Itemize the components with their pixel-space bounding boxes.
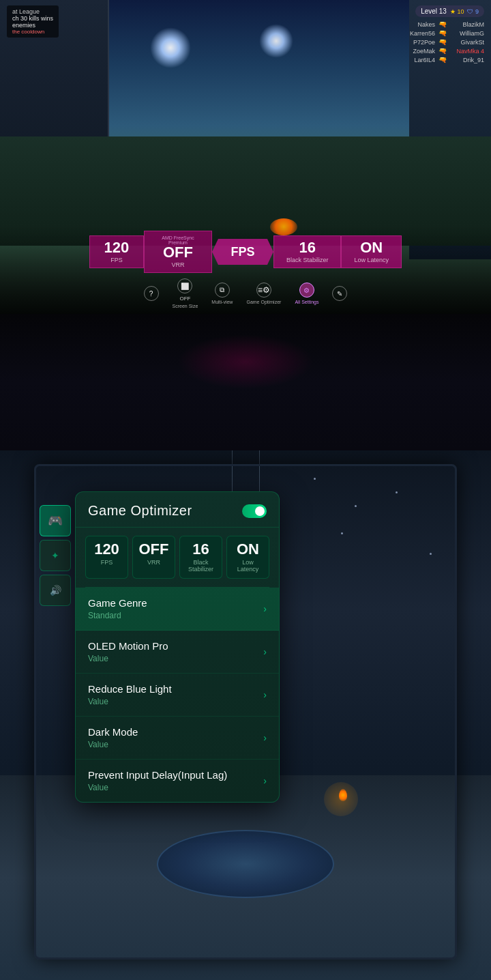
ctrl-edit[interactable]: ✎ xyxy=(332,286,347,301)
fps-value: 120 xyxy=(104,240,130,255)
star-icon: ★ 10 xyxy=(450,8,464,15)
sound-icon-button[interactable]: 🔊 xyxy=(40,575,71,606)
mini-stat-fps: 120 FPS xyxy=(85,536,128,579)
middle-glow xyxy=(177,334,314,389)
hud-right-info: Level 13 ★ 10 🛡 9 Nakes 🔫 BlazikM Karren… xyxy=(401,5,484,63)
black-stab-label: Black Stabilizer xyxy=(286,257,329,263)
game-genre-value: Standard xyxy=(88,611,147,620)
ctrl-off[interactable]: ⬜ OFF Screen Size xyxy=(173,278,198,308)
help-icon[interactable]: ? xyxy=(144,286,159,301)
reduce-blue-light-title: Reduce Blue Light xyxy=(88,683,172,695)
middle-dark-section xyxy=(0,314,491,450)
screen-size-icon[interactable]: ⬜ xyxy=(177,278,192,293)
ctrl-game-optimizer-label: Game Optimizer xyxy=(246,300,281,304)
chevron-right-icon: › xyxy=(263,775,267,786)
gun-icon: 🔫 xyxy=(438,56,447,63)
menu-item-left: Prevent Input Delay(Input Lag) Value xyxy=(88,769,227,792)
player-row: ZoeMak 🔫 NavMka 4 xyxy=(401,47,484,55)
enemy-info-text: enemies xyxy=(12,22,53,29)
ctrl-help[interactable]: ? xyxy=(144,286,159,301)
player-row: Karren56 🔫 WilliamG xyxy=(401,29,484,37)
mini-black-stab-label: Black Stabilizer xyxy=(184,559,218,573)
menu-item-prevent-input-delay[interactable]: Prevent Input Delay(Input Lag) Value › xyxy=(76,760,279,802)
player-row: P72Poe 🔫 GivarkSt xyxy=(401,38,484,46)
vrr-value: OFF xyxy=(163,245,193,260)
stats-mini-row: 120 FPS OFF VRR 16 Black Stabilizer ON L… xyxy=(85,536,269,579)
stats-row: 120 FPS AMD FreeSyncPremium OFF VRR FPS … xyxy=(10,231,481,273)
fps-center-box: FPS xyxy=(212,239,273,265)
ctrl-screen-size-label: Screen Size xyxy=(173,304,198,308)
chevron-right-icon: › xyxy=(263,732,267,743)
fps-label: FPS xyxy=(110,257,123,263)
level-text: Level 13 xyxy=(421,8,447,15)
top-gaming-section: at League ch 30 kills wins enemies the c… xyxy=(0,0,491,314)
mini-black-stab-value: 16 xyxy=(184,542,218,557)
prevent-input-delay-value: Value xyxy=(88,783,227,792)
menu-item-dark-mode[interactable]: Dark Mode Value › xyxy=(76,717,279,760)
gamepad-icon-button[interactable]: 🎮 xyxy=(40,505,71,536)
hud-left-info: at League ch 30 kills wins enemies the c… xyxy=(7,5,59,38)
prevent-input-delay-title: Prevent Input Delay(Input Lag) xyxy=(88,769,227,781)
controls-row: ? ⬜ OFF Screen Size ⧉ Multi-view ≡⚙ Game… xyxy=(10,278,481,308)
player-row: Nakes 🔫 BlazikM xyxy=(401,20,484,28)
latency-value: ON xyxy=(360,240,383,255)
menu-item-left: Reduce Blue Light Value xyxy=(88,683,172,706)
vrr-label: VRR xyxy=(171,261,184,268)
menu-item-reduce-blue-light[interactable]: Reduce Blue Light Value › xyxy=(76,674,279,717)
player-row: Lar6IL4 🔫 Drik_91 xyxy=(401,56,484,63)
ctrl-multiview-label: Multi-view xyxy=(211,300,233,304)
mini-fps-label: FPS xyxy=(90,559,123,566)
side-panel: 🎮 ✦ 🔊 xyxy=(40,505,74,606)
fps-stat-box: 120 FPS xyxy=(89,235,144,268)
mini-vrr-label: VRR xyxy=(137,559,170,566)
game-name-text: at League xyxy=(12,8,53,15)
mini-latency-value: ON xyxy=(231,542,265,557)
oled-motion-title: OLED Motion Pro xyxy=(88,640,168,652)
panel-title: Game Optimizer xyxy=(88,503,192,519)
snow-particle xyxy=(396,491,398,493)
snow-particle xyxy=(314,478,316,480)
optimizer-panel: Game Optimizer 120 FPS OFF VRR 16 Black … xyxy=(75,491,280,803)
oled-motion-value: Value xyxy=(88,654,168,663)
kill-info-text: ch 30 kills wins xyxy=(12,15,53,22)
menu-item-oled-motion[interactable]: OLED Motion Pro Value › xyxy=(76,631,279,674)
mini-latency-label: Low Latency xyxy=(231,559,265,573)
gun-icon: 🔫 xyxy=(438,29,447,37)
gun-icon: 🔫 xyxy=(438,38,447,46)
ctrl-off-label: OFF xyxy=(179,296,190,302)
all-settings-icon[interactable]: ⚙ xyxy=(299,283,314,298)
multiview-icon[interactable]: ⧉ xyxy=(215,283,230,298)
ctrl-game-optimizer[interactable]: ≡⚙ Game Optimizer xyxy=(246,283,281,304)
toggle-switch[interactable] xyxy=(242,504,267,518)
game-optimizer-icon[interactable]: ≡⚙ xyxy=(256,283,271,298)
menu-item-left: OLED Motion Pro Value xyxy=(88,640,168,663)
sound-icon: 🔊 xyxy=(50,585,61,596)
edit-icon[interactable]: ✎ xyxy=(332,286,347,301)
hud-top-bar: at League ch 30 kills wins enemies the c… xyxy=(0,5,491,63)
dark-mode-value: Value xyxy=(88,740,138,749)
gun-icon: 🔫 xyxy=(438,47,447,55)
cooldown-text: the cooldown xyxy=(12,29,53,35)
display-icon-button[interactable]: ✦ xyxy=(40,540,71,571)
chevron-right-icon: › xyxy=(263,646,267,657)
chevron-right-icon: › xyxy=(263,603,267,614)
level-badge: Level 13 ★ 10 🛡 9 xyxy=(415,5,484,17)
panel-header: Game Optimizer xyxy=(76,492,279,528)
black-stab-value: 16 xyxy=(299,240,315,255)
mini-vrr-value: OFF xyxy=(137,542,170,557)
ctrl-all-settings[interactable]: ⚙ All Settings xyxy=(295,283,318,304)
gun-icon: 🔫 xyxy=(438,20,447,28)
mini-stat-black-stab: 16 Black Stabilizer xyxy=(179,536,222,579)
snow-particle xyxy=(430,553,432,555)
toggle-knob xyxy=(255,506,265,516)
game-scene-bg: at League ch 30 kills wins enemies the c… xyxy=(0,0,491,314)
ctrl-multiview[interactable]: ⧉ Multi-view xyxy=(211,283,233,304)
hud-bottom-bar: 120 FPS AMD FreeSyncPremium OFF VRR FPS … xyxy=(0,225,491,314)
bottom-section: 🎮 ✦ 🔊 Game Optimizer 120 FPS OFF VRR xyxy=(0,450,491,980)
player-list: Nakes 🔫 BlazikM Karren56 🔫 WilliamG P72P… xyxy=(401,20,484,63)
ctrl-all-settings-label: All Settings xyxy=(295,300,318,304)
latency-box: ON Low Latency xyxy=(341,235,402,268)
mini-fps-value: 120 xyxy=(90,542,123,557)
chevron-right-icon: › xyxy=(263,689,267,700)
menu-item-game-genre[interactable]: Game Genre Standard › xyxy=(76,588,279,631)
